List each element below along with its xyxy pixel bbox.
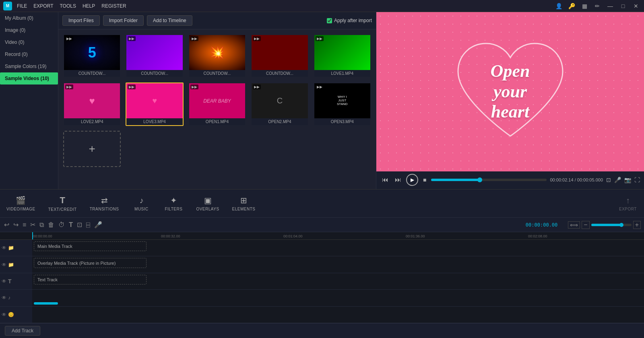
track-text-content[interactable]: Text Track [32, 273, 644, 289]
tool-video-image[interactable]: 🎬 VIDEO/IMAGE [0, 192, 42, 214]
track-sticker: 👁 😊 [0, 307, 644, 323]
sidebar-item-colors[interactable]: Sample Colors (19) [0, 60, 58, 72]
sidebar-item-record[interactable]: Record (0) [0, 48, 58, 60]
zoom-slider[interactable] [591, 224, 632, 226]
tool-transitions[interactable]: ⇄ TRANSITIONS [83, 192, 126, 214]
import-folder-button[interactable]: Import Folder [103, 15, 144, 26]
media-grid: ▶▶ 5 COUNTDOW... ▶▶ COUNTDOW... ▶▶ 💥 COU… [58, 29, 376, 201]
track-audio-content[interactable] [32, 290, 644, 306]
tool-overlays[interactable]: ▣ OVERLAYS [190, 192, 225, 214]
media-item-1[interactable]: ▶▶ 5 COUNTDOW... [63, 34, 121, 78]
text-credit-icon: T [60, 195, 65, 206]
ruler-mark-4: 00:02:08.00 [528, 234, 547, 238]
properties-button[interactable]: ≡ [22, 221, 27, 229]
track-sticker-controls: 👁 😊 [0, 312, 32, 317]
tool-music[interactable]: ♪ MUSIC [125, 193, 157, 214]
minimize-btn[interactable]: — [605, 1, 615, 11]
skip-back-button[interactable]: ⏮ [380, 175, 390, 184]
track-audio-visibility[interactable]: 👁 [2, 295, 6, 301]
track-main-media: 👁 📁 Main Media Track [0, 240, 644, 256]
mic-icon[interactable]: 🎤 [614, 177, 621, 183]
progress-fill [431, 179, 480, 181]
undo-button[interactable]: ↩ [3, 220, 10, 229]
close-btn[interactable]: ✕ [631, 1, 641, 11]
bottom-panel: 🎬 VIDEO/IMAGE T TEXT/CREDIT ⇄ TRANSITION… [0, 189, 644, 338]
progress-bar[interactable] [431, 179, 547, 181]
tool-filters[interactable]: ✦ FILTERS [157, 192, 190, 214]
track-text-clip: Text Track [34, 275, 147, 284]
restore-btn[interactable]: □ [618, 1, 628, 11]
track-audio-controls: 👁 ♪ [0, 295, 32, 301]
media-item-4[interactable]: ▶▶ COUNTDOW... [251, 34, 308, 78]
sidebar-item-album[interactable]: My Album (0) [0, 12, 58, 24]
voiceover-button[interactable]: 🎤 [93, 220, 103, 229]
track-overlay-content[interactable]: Overlay Media Track (Picture in Picture) [32, 256, 644, 272]
redo-button[interactable]: ↪ [12, 220, 19, 229]
fullscreen-small-icon[interactable]: ⊡ [606, 177, 611, 183]
media-item-10[interactable]: ▶▶ WHY IJUSTSTAND OPEN3.MP4 [314, 82, 371, 126]
transitions-icon: ⇄ [101, 196, 108, 205]
window-controls: 👤 🔑 ▦ ✏ — □ ✕ [554, 1, 641, 11]
media-item-2[interactable]: ▶▶ COUNTDOW... [126, 34, 183, 78]
crop-button[interactable]: ⊡ [76, 220, 83, 229]
menu-file[interactable]: FILE [17, 3, 27, 9]
tool-export[interactable]: ↑ EXPORT [612, 193, 644, 214]
play-pause-button[interactable]: ▶ [406, 174, 418, 186]
media-item-8[interactable]: ▶▶ DEAR BABY OPEN1.MP4 [188, 82, 246, 126]
menu-tools[interactable]: TOOLS [60, 3, 76, 9]
ruler-mark-2: 00:01:04.00 [283, 234, 303, 238]
delete-button[interactable]: 🗑 [47, 221, 55, 229]
sidebar-item-sample-videos[interactable]: Sample Videos (10) [0, 72, 58, 84]
media-item-9[interactable]: ▶▶ C OPEN2.MP4 [251, 82, 308, 126]
track-overlay-visibility[interactable]: 👁 [2, 262, 6, 268]
profile-icon[interactable]: 👤 [554, 1, 564, 11]
apply-after-import-checkbox[interactable] [327, 18, 332, 23]
media-item-6[interactable]: ▶▶ ♥ LOVE2.MP4 [63, 82, 121, 126]
audio-clip-indicator [34, 302, 58, 305]
layout-icon[interactable]: ▦ [580, 1, 589, 11]
preview-video: Openyourheart [376, 12, 644, 171]
edit-icon[interactable]: ✏ [592, 1, 602, 11]
track-main-content[interactable]: Main Media Track [32, 240, 644, 256]
sidebar-item-video[interactable]: Video (0) [0, 36, 58, 48]
camera-icon[interactable]: 📷 [624, 177, 631, 183]
zoom-plus-button[interactable]: + [633, 221, 641, 229]
add-clip-button[interactable]: + [63, 131, 121, 167]
skip-forward-button[interactable]: ⏭ [393, 175, 403, 184]
menu-register[interactable]: REGISTER [101, 3, 126, 9]
duration-button[interactable]: ⏱ [58, 221, 66, 229]
filters-icon: ✦ [170, 196, 177, 205]
track-sticker-visibility[interactable]: 👁 [2, 312, 6, 317]
add-track-button[interactable]: Add Track [5, 326, 40, 336]
copy-button[interactable]: ⧉ [39, 221, 45, 229]
zoom-minus-button[interactable]: − [582, 221, 589, 229]
preview-text: Openyourheart [491, 61, 530, 122]
fullscreen-icon[interactable]: ⛶ [634, 177, 640, 183]
track-text-visibility[interactable]: 👁 [2, 278, 6, 284]
menu-export[interactable]: EXPORT [33, 3, 53, 9]
track-text-type-icon: T [8, 278, 12, 284]
track-sticker-content[interactable] [32, 307, 644, 323]
app-logo: M [3, 2, 12, 10]
media-item-7[interactable]: ▶▶ ♥ LOVE3.MP4 [126, 82, 183, 126]
tool-text-credit[interactable]: T TEXT/CREDIT [42, 192, 83, 215]
sidebar-item-image[interactable]: Image (0) [0, 24, 58, 36]
import-files-button[interactable]: Import Files [62, 15, 100, 26]
stop-button[interactable]: ■ [421, 176, 428, 184]
media-item-3[interactable]: ▶▶ 💥 COUNTDOW... [188, 34, 246, 78]
menu-help[interactable]: HELP [83, 3, 95, 9]
zoom-out-button[interactable]: ⟺ [568, 221, 580, 229]
add-to-timeline-button[interactable]: Add to Timeline [147, 15, 192, 26]
detach-button[interactable]: ⌸ [85, 221, 91, 229]
cut-button[interactable]: ✂ [29, 220, 36, 229]
text-tool-button[interactable]: T [68, 221, 74, 229]
apply-after-import-label[interactable]: Apply after import [327, 18, 372, 23]
tool-elements[interactable]: ⊞ ELEMENTS [226, 192, 262, 214]
media-toolbar: Import Files Import Folder Add to Timeli… [58, 12, 376, 29]
video-image-icon: 🎬 [16, 196, 26, 205]
key-icon[interactable]: 🔑 [567, 1, 576, 11]
track-main-controls: 👁 📁 [0, 245, 32, 251]
media-item-5[interactable]: ▶▶ LOVE1.MP4 [314, 34, 371, 78]
track-main-visibility[interactable]: 👁 [2, 245, 6, 251]
track-main-type-icon: 📁 [8, 245, 14, 251]
